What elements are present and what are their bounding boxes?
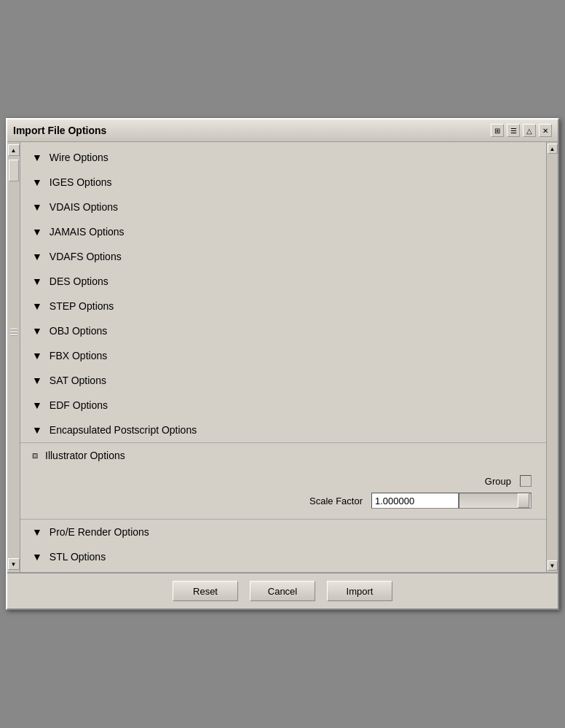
grip-line-3 — [10, 334, 17, 336]
collapse-icon-jamais: ▼ — [32, 226, 42, 238]
option-item-proe[interactable]: ▼ Pro/E Render Options — [20, 520, 546, 544]
option-item-obj[interactable]: ▼ OBJ Options — [20, 318, 546, 343]
collapse-icon-eps: ▼ — [32, 424, 42, 436]
option-item-illustrator[interactable]: ⧈ Illustrator Options — [20, 442, 546, 468]
option-item-fbx[interactable]: ▼ FBX Options — [20, 343, 546, 368]
title-bar: Import File Options ⊞ ☰ △ ✕ — [7, 120, 558, 142]
option-label-step: STEP Options — [50, 300, 114, 312]
grip-line-2 — [10, 332, 17, 333]
expand-icon-illustrator: ⧈ — [32, 450, 38, 461]
content-area: ▼ Wire Options ▼ IGES Options ▼ VDAIS Op… — [20, 142, 546, 572]
collapse-icon-iges: ▼ — [32, 176, 42, 188]
collapse-icon-obj: ▼ — [32, 325, 42, 337]
option-item-vdais[interactable]: ▼ VDAIS Options — [20, 195, 546, 219]
collapse-icon-stl: ▼ — [32, 551, 42, 563]
group-row: Group — [35, 475, 532, 487]
right-scroll-down[interactable]: ▼ — [548, 560, 558, 571]
title-bar-buttons: ⊞ ☰ △ ✕ — [491, 124, 552, 137]
option-item-step[interactable]: ▼ STEP Options — [20, 294, 546, 318]
collapse-icon-des: ▼ — [32, 275, 42, 287]
group-checkbox[interactable] — [520, 475, 532, 487]
scroll-grip — [9, 327, 19, 337]
left-scrollbar: ▲ ▼ — [7, 142, 20, 572]
option-item-eps[interactable]: ▼ Encapsulated Postscript Options — [20, 418, 546, 442]
collapse-icon-proe: ▼ — [32, 526, 42, 538]
option-item-vdafs[interactable]: ▼ VDAFS Options — [20, 244, 546, 269]
option-label-sat: SAT Options — [50, 375, 106, 386]
option-label-proe: Pro/E Render Options — [50, 526, 149, 538]
group-label: Group — [485, 476, 511, 487]
option-item-edf[interactable]: ▼ EDF Options — [20, 393, 546, 418]
maximize-button[interactable]: ⊞ — [491, 124, 504, 137]
option-item-wire[interactable]: ▼ Wire Options — [20, 145, 546, 170]
collapse-icon-vdafs: ▼ — [32, 251, 42, 262]
right-scroll-up[interactable]: ▲ — [548, 144, 558, 154]
import-file-options-window: Import File Options ⊞ ☰ △ ✕ ▲ ▼ ▼ — [6, 118, 559, 610]
collapse-icon-vdais: ▼ — [32, 201, 42, 213]
option-label-vdais: VDAIS Options — [50, 201, 118, 213]
slider-thumb[interactable] — [518, 493, 529, 508]
collapse-icon-fbx: ▼ — [32, 350, 42, 361]
option-label-eps: Encapsulated Postscript Options — [50, 424, 197, 436]
collapse-icon-edf: ▼ — [32, 399, 42, 411]
minimize-button[interactable]: △ — [523, 124, 536, 137]
reset-button[interactable]: Reset — [173, 581, 238, 601]
option-label-fbx: FBX Options — [50, 350, 107, 361]
import-button[interactable]: Import — [327, 581, 392, 601]
footer: Reset Cancel Import — [7, 572, 558, 608]
option-label-vdafs: VDAFS Options — [50, 251, 122, 262]
scroll-up-arrow[interactable]: ▲ — [8, 144, 20, 156]
scale-factor-row: Scale Factor — [35, 493, 532, 509]
option-label-stl: STL Options — [50, 551, 106, 563]
window-title: Import File Options — [13, 125, 106, 136]
scale-factor-input[interactable] — [371, 493, 459, 509]
scale-factor-label: Scale Factor — [309, 496, 363, 506]
option-label-obj: OBJ Options — [50, 325, 107, 337]
window-body: ▲ ▼ ▼ Wire Options ▼ IGES Options ▼ — [7, 142, 558, 572]
collapse-icon-step: ▼ — [32, 300, 42, 312]
collapse-icon-wire: ▼ — [32, 152, 42, 163]
close-button[interactable]: ✕ — [539, 124, 552, 137]
option-item-des[interactable]: ▼ DES Options — [20, 269, 546, 294]
scroll-thumb[interactable] — [9, 160, 19, 181]
option-item-sat[interactable]: ▼ SAT Options — [20, 368, 546, 393]
scroll-down-arrow[interactable]: ▼ — [8, 558, 20, 570]
scale-factor-slider[interactable] — [459, 493, 532, 509]
option-label-des: DES Options — [50, 275, 108, 287]
collapse-icon-sat: ▼ — [32, 375, 42, 386]
cancel-button[interactable]: Cancel — [250, 581, 315, 601]
option-label-jamais: JAMAIS Options — [50, 226, 125, 238]
option-label-edf: EDF Options — [50, 399, 108, 411]
option-label-illustrator: Illustrator Options — [45, 450, 125, 461]
option-label-iges: IGES Options — [50, 176, 112, 188]
right-scrollbar: ▲ ▼ — [546, 142, 558, 572]
grip-line-1 — [10, 329, 17, 330]
option-item-iges[interactable]: ▼ IGES Options — [20, 170, 546, 195]
option-item-jamais[interactable]: ▼ JAMAIS Options — [20, 219, 546, 244]
option-item-stl[interactable]: ▼ STL Options — [20, 544, 546, 569]
illustrator-expanded-content: Group Scale Factor — [20, 468, 546, 520]
menu-button[interactable]: ☰ — [507, 124, 520, 137]
option-label-wire: Wire Options — [50, 152, 108, 163]
